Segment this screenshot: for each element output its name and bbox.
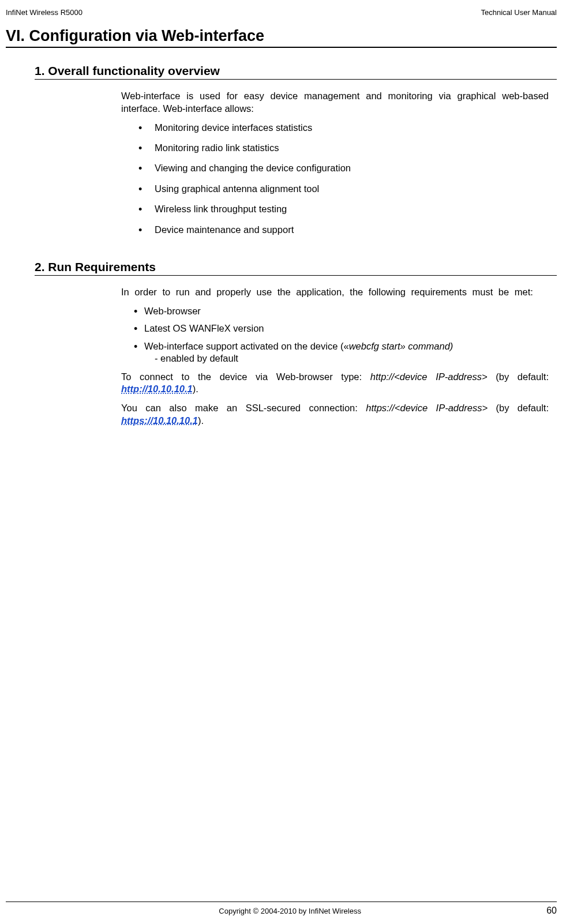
list-item: Latest OS WANFleX version: [121, 322, 549, 335]
header-left: InfiNet Wireless R5000: [6, 8, 83, 17]
chapter-title: VI. Configuration via Web-interface: [6, 27, 557, 48]
https-link[interactable]: https://10.10.10.1: [121, 415, 198, 426]
text: (by default:: [488, 371, 549, 382]
list-item: Web-interface support activated on the d…: [121, 340, 549, 365]
url-example: http://<device IP-address>: [370, 371, 488, 382]
section-title-2: 2. Run Requirements: [35, 260, 557, 276]
section-1-body: Web-interface is used for easy device ma…: [121, 90, 549, 236]
connect-https-para: You can also make an SSL-secured connect…: [121, 402, 549, 427]
section-1-list: Monitoring device interfaces statistics …: [121, 122, 549, 236]
list-item: Web-browser: [121, 305, 549, 317]
list-item: Wireless link throughput testing: [121, 203, 549, 215]
text: ).: [198, 415, 204, 426]
list-item: Device maintenance and support: [121, 224, 549, 236]
section-overall-functionality: 1. Overall functionality overview Web-in…: [35, 64, 557, 236]
section-2-list: Web-browser Latest OS WANFleX version We…: [121, 305, 549, 365]
page-footer: Copyright © 2004-2010 by InfiNet Wireles…: [6, 902, 557, 916]
url-example: https://<device IP-address>: [366, 403, 488, 413]
text: ).: [193, 384, 198, 394]
section-1-intro: Web-interface is used for easy device ma…: [121, 90, 549, 115]
header-right: Technical User Manual: [481, 8, 557, 17]
list-item: Viewing and changing the device configur…: [121, 162, 549, 174]
section-run-requirements: 2. Run Requirements In order to run and …: [35, 260, 557, 427]
section-2-intro: In order to run and properly use the app…: [121, 286, 549, 299]
list-item-subline: - enabled by default: [144, 352, 549, 365]
list-item: Using graphical antenna alignment tool: [121, 183, 549, 195]
connect-http-para: To connect to the device via Web-browser…: [121, 371, 549, 396]
text: To connect to the device via Web-browser…: [121, 371, 370, 382]
list-item: Monitoring radio link statistics: [121, 142, 549, 154]
http-link[interactable]: http://10.10.10.1: [121, 384, 193, 394]
list-item-italic: webcfg start» command): [349, 341, 453, 351]
text: You can also make an SSL-secured connect…: [121, 403, 366, 413]
page-header: InfiNet Wireless R5000 Technical User Ma…: [6, 8, 557, 17]
copyright-text: Copyright © 2004-2010 by InfiNet Wireles…: [40, 907, 539, 915]
list-item-text: Web-interface support activated on the d…: [144, 341, 349, 351]
text: (by default:: [488, 403, 549, 413]
section-title-1: 1. Overall functionality overview: [35, 64, 557, 80]
list-item: Monitoring device interfaces statistics: [121, 122, 549, 134]
section-2-body: In order to run and properly use the app…: [121, 286, 549, 427]
page-number: 60: [546, 906, 557, 916]
